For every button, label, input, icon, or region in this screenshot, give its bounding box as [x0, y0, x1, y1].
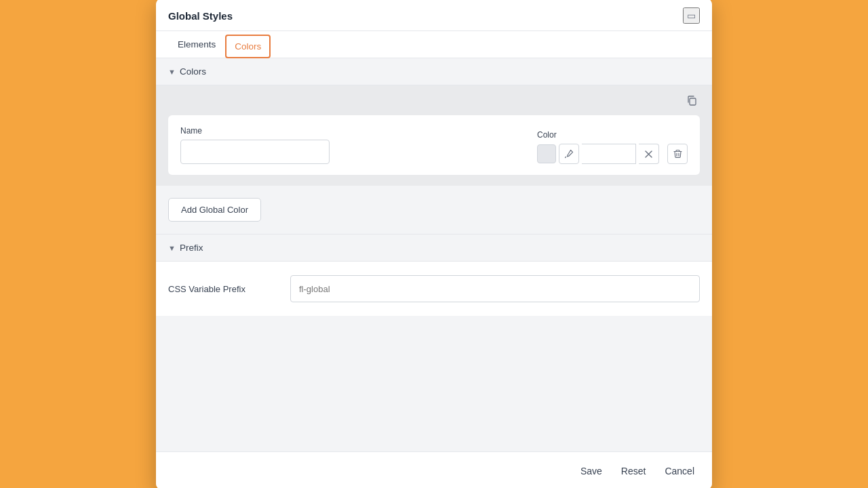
- eyedropper-button[interactable]: [559, 144, 579, 164]
- prefix-section-title: Prefix: [180, 243, 203, 253]
- prefix-section-header: ▼ Prefix: [156, 234, 712, 262]
- cancel-button[interactable]: Cancel: [659, 462, 700, 481]
- prefix-field-row: CSS Variable Prefix: [168, 275, 700, 302]
- reset-button[interactable]: Reset: [616, 462, 652, 481]
- dialog-title: Global Styles: [168, 10, 233, 22]
- save-button[interactable]: Save: [575, 462, 608, 481]
- prefix-body: CSS Variable Prefix: [156, 262, 712, 316]
- add-global-color-button[interactable]: Add Global Color: [168, 198, 261, 222]
- global-styles-dialog: Global Styles ▭ Elements Colors ▼ Colors: [156, 0, 712, 488]
- copy-icon: [686, 95, 697, 106]
- close-icon: [645, 150, 652, 158]
- prefix-chevron-icon[interactable]: ▼: [168, 244, 176, 252]
- colors-chevron-icon[interactable]: ▼: [168, 68, 176, 76]
- tab-elements[interactable]: Elements: [168, 31, 225, 58]
- color-label: Color: [537, 130, 688, 140]
- svg-rect-0: [690, 98, 696, 105]
- css-variable-prefix-input[interactable]: [290, 275, 700, 302]
- colors-section-header: ▼ Colors: [156, 58, 712, 85]
- name-field-group: Name: [180, 126, 524, 164]
- css-variable-label: CSS Variable Prefix: [168, 284, 277, 294]
- copy-color-button[interactable]: [684, 92, 700, 110]
- dialog-footer: Save Reset Cancel: [156, 451, 712, 488]
- color-entry-area: Name Color: [156, 85, 712, 186]
- dialog-header: Global Styles ▭: [156, 0, 712, 31]
- color-swatch[interactable]: [537, 144, 556, 163]
- clear-color-button[interactable]: [639, 144, 659, 164]
- eyedropper-icon: [564, 149, 574, 159]
- color-name-input[interactable]: [180, 140, 330, 164]
- tab-colors[interactable]: Colors: [225, 35, 271, 58]
- empty-area: [156, 316, 712, 451]
- name-label: Name: [180, 126, 524, 136]
- color-hex-input[interactable]: [582, 144, 636, 164]
- minimize-button[interactable]: ▭: [683, 7, 700, 24]
- dialog-body: ▼ Colors Name Color: [156, 58, 712, 451]
- color-row: Name Color: [168, 115, 700, 175]
- color-field-group: Color: [537, 130, 688, 164]
- add-color-area: Add Global Color: [156, 186, 712, 234]
- delete-color-button[interactable]: [667, 144, 688, 164]
- color-controls: [537, 144, 688, 164]
- trash-icon: [673, 149, 682, 159]
- colors-section-title: Colors: [180, 66, 206, 77]
- tabs-bar: Elements Colors: [156, 31, 712, 58]
